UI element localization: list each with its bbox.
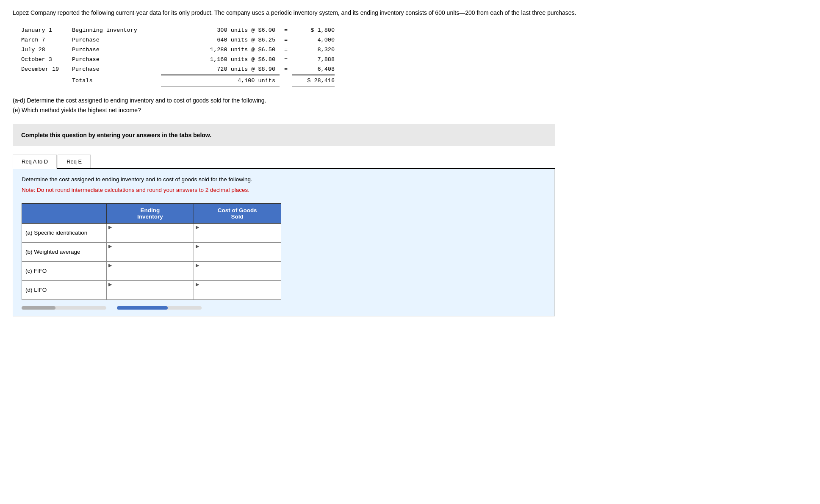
input-cogs-lifo[interactable] <box>194 288 281 299</box>
input-cogs-weighted-avg[interactable] <box>194 250 281 261</box>
tab-req-a-to-d[interactable]: Req A to D <box>13 155 57 169</box>
table-row-lifo: (d) LIFO ▶ ▶ <box>22 280 281 299</box>
arrow-icon-lifo-ei: ▶ <box>107 281 114 288</box>
inv-amount-jan: $ 1,800 <box>292 26 335 36</box>
inv-eq-oct: = <box>280 55 292 65</box>
questions-section: (a-d) Determine the cost assigned to end… <box>13 96 606 116</box>
inv-eq-jul: = <box>280 45 292 55</box>
arrow-icon-fifo-cogs: ▶ <box>194 262 201 269</box>
tab-content-area: Determine the cost assigned to ending in… <box>13 169 555 316</box>
col-header-method <box>22 203 107 223</box>
tab-note: Note: Do not round intermediate calculat… <box>22 186 546 194</box>
table-row-weighted-avg: (b) Weighted average ▶ ▶ <box>22 242 281 261</box>
inv-units-dec: 720 units @ $8.90 <box>161 65 280 75</box>
inv-date-jan: January 1 <box>21 26 72 36</box>
arrow-icon-wa-ei: ▶ <box>107 243 114 250</box>
cogs-lifo[interactable]: ▶ <box>194 280 281 299</box>
inv-desc-jan: Beginning inventory <box>72 26 161 36</box>
inv-units-jan: 300 units @ $6.00 <box>161 26 280 36</box>
row-label-lifo: (d) LIFO <box>22 280 107 299</box>
tab-req-e-label: Req E <box>66 158 82 165</box>
table-header-row: EndingInventory Cost of GoodsSold <box>22 203 281 223</box>
col-header-ending-inventory: EndingInventory <box>107 203 194 223</box>
inv-amount-totals: $ 28,416 <box>292 75 335 87</box>
tabs-container: Req A to D Req E <box>13 155 555 169</box>
inv-eq-jan: = <box>280 26 292 36</box>
inv-units-mar: 640 units @ $6.25 <box>161 36 280 45</box>
inv-row-dec: December 19 Purchase 720 units @ $8.90 =… <box>21 65 807 75</box>
inv-amount-mar: 4,000 <box>292 36 335 45</box>
ending-inventory-specific[interactable]: ▶ <box>107 223 194 242</box>
arrow-icon-wa-cogs: ▶ <box>194 243 201 250</box>
arrow-icon-fifo-ei: ▶ <box>107 262 114 269</box>
complete-question-box: Complete this question by entering your … <box>13 124 555 146</box>
cogs-fifo[interactable]: ▶ <box>194 261 281 280</box>
arrow-icon-lifo-cogs: ▶ <box>194 281 201 288</box>
tab-req-e[interactable]: Req E <box>58 155 91 168</box>
input-ending-inventory-weighted-avg[interactable] <box>107 250 194 261</box>
inv-row-oct: October 3 Purchase 1,160 units @ $6.80 =… <box>21 55 807 65</box>
inv-desc-mar: Purchase <box>72 36 161 45</box>
row-label-fifo: (c) FIFO <box>22 261 107 280</box>
arrow-icon-specific-ei: ▶ <box>107 224 114 231</box>
ending-inventory-lifo[interactable]: ▶ <box>107 280 194 299</box>
table-row-fifo: (c) FIFO ▶ ▶ <box>22 261 281 280</box>
inv-date-jul: July 28 <box>21 45 72 55</box>
ending-inventory-weighted-avg[interactable]: ▶ <box>107 242 194 261</box>
inv-date-oct: October 3 <box>21 55 72 65</box>
input-ending-inventory-lifo[interactable] <box>107 288 194 299</box>
scrollbar-thumb-left[interactable] <box>22 306 55 310</box>
inv-units-totals: 4,100 units <box>161 75 280 87</box>
inv-amount-dec: 6,408 <box>292 65 335 75</box>
ending-inventory-fifo[interactable]: ▶ <box>107 261 194 280</box>
inv-row-mar: March 7 Purchase 640 units @ $6.25 = 4,0… <box>21 36 807 45</box>
answer-table: EndingInventory Cost of GoodsSold (a) Sp… <box>22 203 281 300</box>
cogs-weighted-avg[interactable]: ▶ <box>194 242 281 261</box>
scrollbar-track-right[interactable] <box>117 306 202 310</box>
input-ending-inventory-specific[interactable] <box>107 231 194 242</box>
arrow-icon-specific-cogs: ▶ <box>194 224 201 231</box>
col-header-cogs: Cost of GoodsSold <box>194 203 281 223</box>
input-cogs-fifo[interactable] <box>194 269 281 280</box>
inv-desc-oct: Purchase <box>72 55 161 65</box>
row-label-weighted-avg: (b) Weighted average <box>22 242 107 261</box>
inv-desc-totals: Totals <box>72 76 161 86</box>
inv-desc-dec: Purchase <box>72 65 161 75</box>
inv-units-jul: 1,280 units @ $6.50 <box>161 45 280 55</box>
input-ending-inventory-fifo[interactable] <box>107 269 194 280</box>
inv-amount-oct: 7,888 <box>292 55 335 65</box>
inv-row-totals: Totals 4,100 units $ 28,416 <box>21 75 807 87</box>
row-label-specific: (a) Specific identification <box>22 223 107 242</box>
complete-box-text: Complete this question by entering your … <box>21 132 211 138</box>
inventory-table: January 1 Beginning inventory 300 units … <box>21 26 807 87</box>
table-row-specific: (a) Specific identification ▶ ▶ <box>22 223 281 242</box>
inv-amount-jul: 8,320 <box>292 45 335 55</box>
inv-date-mar: March 7 <box>21 36 72 45</box>
scrollbar-track-left[interactable] <box>22 306 106 310</box>
cogs-specific[interactable]: ▶ <box>194 223 281 242</box>
scrollbar-thumb-right[interactable] <box>117 306 168 310</box>
intro-paragraph: Lopez Company reported the following cur… <box>13 8 606 17</box>
inv-eq-mar: = <box>280 36 292 45</box>
tab-description: Determine the cost assigned to ending in… <box>22 175 546 184</box>
inv-desc-jul: Purchase <box>72 45 161 55</box>
inv-row-jan: January 1 Beginning inventory 300 units … <box>21 26 807 36</box>
input-cogs-specific[interactable] <box>194 231 281 242</box>
scrollbar-area <box>22 306 546 310</box>
question-line1: (a-d) Determine the cost assigned to end… <box>13 96 606 106</box>
question-line2: (e) Which method yields the highest net … <box>13 105 606 116</box>
tab-req-a-to-d-label: Req A to D <box>22 158 48 165</box>
inv-date-dec: December 19 <box>21 65 72 75</box>
inv-row-jul: July 28 Purchase 1,280 units @ $6.50 = 8… <box>21 45 807 55</box>
inv-units-oct: 1,160 units @ $6.80 <box>161 55 280 65</box>
inv-eq-dec: = <box>280 65 292 75</box>
